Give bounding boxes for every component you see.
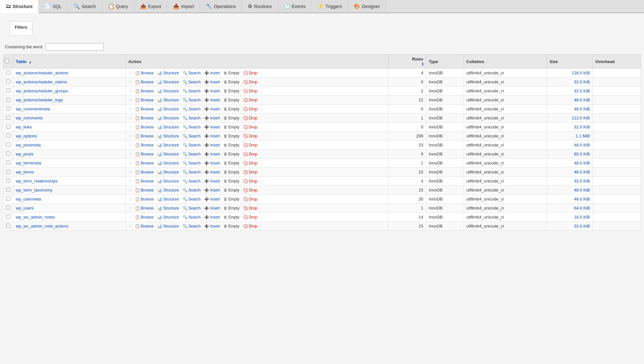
favorite-star-icon[interactable]: ☆ xyxy=(128,169,132,174)
row-checkbox[interactable] xyxy=(6,134,10,138)
empty-button[interactable]: 🗑 Empty xyxy=(222,179,241,184)
structure-button[interactable]: 📊 Structure xyxy=(156,89,180,94)
drop-button[interactable]: 🚫 Drop xyxy=(242,134,259,139)
browse-button[interactable]: 📋 Browse xyxy=(134,188,155,193)
row-checkbox[interactable] xyxy=(6,224,10,228)
insert-button[interactable]: ➕ Insert xyxy=(203,152,221,157)
favorite-star-icon[interactable]: ☆ xyxy=(128,70,132,75)
row-checkbox[interactable] xyxy=(6,152,10,156)
structure-button[interactable]: 📊 Structure xyxy=(156,206,180,211)
select-all-checkbox[interactable] xyxy=(5,59,9,63)
insert-button[interactable]: ➕ Insert xyxy=(203,206,221,211)
search-button[interactable]: 🔍 Search xyxy=(181,134,202,139)
drop-button[interactable]: 🚫 Drop xyxy=(242,152,259,157)
insert-button[interactable]: ➕ Insert xyxy=(203,125,221,130)
favorite-star-icon[interactable]: ☆ xyxy=(128,133,132,138)
tab-query[interactable]: 📋Query xyxy=(102,0,134,13)
favorite-star-icon[interactable]: ☆ xyxy=(128,223,132,229)
structure-button[interactable]: 📊 Structure xyxy=(156,70,180,76)
row-checkbox[interactable] xyxy=(6,161,10,165)
structure-button[interactable]: 📊 Structure xyxy=(156,116,180,121)
favorite-star-icon[interactable]: ☆ xyxy=(128,88,132,93)
structure-button[interactable]: 📊 Structure xyxy=(156,143,180,148)
empty-button[interactable]: 🗑 Empty xyxy=(222,134,241,139)
search-button[interactable]: 🔍 Search xyxy=(181,98,202,103)
empty-button[interactable]: 🗑 Empty xyxy=(222,70,241,76)
row-checkbox[interactable] xyxy=(6,116,10,120)
tab-triggers[interactable]: ⚡Triggers xyxy=(312,0,348,13)
tab-events[interactable]: 🕐Events xyxy=(278,0,312,13)
table-name-link[interactable]: wp_wc_admin_note_actions xyxy=(16,224,68,229)
empty-button[interactable]: 🗑 Empty xyxy=(222,79,241,85)
browse-button[interactable]: 📋 Browse xyxy=(134,98,155,103)
structure-button[interactable]: 📊 Structure xyxy=(156,197,180,202)
favorite-star-icon[interactable]: ☆ xyxy=(128,178,132,183)
drop-button[interactable]: 🚫 Drop xyxy=(242,161,259,166)
browse-button[interactable]: 📋 Browse xyxy=(134,206,155,211)
search-button[interactable]: 🔍 Search xyxy=(181,197,202,202)
insert-button[interactable]: ➕ Insert xyxy=(203,89,221,94)
empty-button[interactable]: 🗑 Empty xyxy=(222,188,241,193)
structure-button[interactable]: 📊 Structure xyxy=(156,161,180,166)
browse-button[interactable]: 📋 Browse xyxy=(134,79,155,85)
empty-button[interactable]: 🗑 Empty xyxy=(222,107,241,112)
structure-button[interactable]: 📊 Structure xyxy=(156,134,180,139)
search-button[interactable]: 🔍 Search xyxy=(181,224,202,229)
tab-sql[interactable]: 📄SQL xyxy=(39,0,68,13)
structure-button[interactable]: 📊 Structure xyxy=(156,98,180,103)
row-checkbox[interactable] xyxy=(6,98,10,102)
structure-button[interactable]: 📊 Structure xyxy=(156,215,180,220)
rows-info-icon[interactable]: ℹ xyxy=(422,62,423,66)
drop-button[interactable]: 🚫 Drop xyxy=(242,224,259,229)
insert-button[interactable]: ➕ Insert xyxy=(203,143,221,148)
search-button[interactable]: 🔍 Search xyxy=(181,170,202,175)
favorite-star-icon[interactable]: ☆ xyxy=(128,205,132,210)
drop-button[interactable]: 🚫 Drop xyxy=(242,215,259,220)
row-checkbox[interactable] xyxy=(6,79,10,84)
search-button[interactable]: 🔍 Search xyxy=(181,143,202,148)
drop-button[interactable]: 🚫 Drop xyxy=(242,79,259,85)
structure-button[interactable]: 📊 Structure xyxy=(156,179,180,184)
drop-button[interactable]: 🚫 Drop xyxy=(242,70,259,76)
table-name-link[interactable]: wp_users xyxy=(16,206,34,210)
table-name-link[interactable]: wp_comments xyxy=(16,116,43,120)
insert-button[interactable]: ➕ Insert xyxy=(203,107,221,112)
favorite-star-icon[interactable]: ☆ xyxy=(128,106,132,111)
favorite-star-icon[interactable]: ☆ xyxy=(128,151,132,156)
insert-button[interactable]: ➕ Insert xyxy=(203,98,221,103)
structure-button[interactable]: 📊 Structure xyxy=(156,188,180,193)
favorite-star-icon[interactable]: ☆ xyxy=(128,187,132,192)
empty-button[interactable]: 🗑 Empty xyxy=(222,224,241,229)
browse-button[interactable]: 📋 Browse xyxy=(134,143,155,148)
filter-input[interactable] xyxy=(46,43,104,51)
drop-button[interactable]: 🚫 Drop xyxy=(242,125,259,130)
table-name-link[interactable]: wp_wc_admin_notes xyxy=(16,215,55,219)
empty-button[interactable]: 🗑 Empty xyxy=(222,143,241,148)
table-name-link[interactable]: wp_term_taxonomy xyxy=(16,188,52,192)
browse-button[interactable]: 📋 Browse xyxy=(134,116,155,121)
drop-button[interactable]: 🚫 Drop xyxy=(242,179,259,184)
search-button[interactable]: 🔍 Search xyxy=(181,116,202,121)
browse-button[interactable]: 📋 Browse xyxy=(134,89,155,94)
empty-button[interactable]: 🗑 Empty xyxy=(222,170,241,175)
empty-button[interactable]: 🗑 Empty xyxy=(222,197,241,202)
drop-button[interactable]: 🚫 Drop xyxy=(242,116,259,121)
tab-designer[interactable]: 🎨Designer xyxy=(348,0,386,13)
row-checkbox[interactable] xyxy=(6,89,10,93)
drop-button[interactable]: 🚫 Drop xyxy=(242,143,259,148)
insert-button[interactable]: ➕ Insert xyxy=(203,161,221,166)
favorite-star-icon[interactable]: ☆ xyxy=(128,115,132,120)
search-button[interactable]: 🔍 Search xyxy=(181,89,202,94)
table-name-link[interactable]: wp_termmeta xyxy=(16,161,41,165)
favorite-star-icon[interactable]: ☆ xyxy=(128,97,132,102)
search-button[interactable]: 🔍 Search xyxy=(181,179,202,184)
search-button[interactable]: 🔍 Search xyxy=(181,161,202,166)
table-name-link[interactable]: wp_links xyxy=(16,125,32,129)
insert-button[interactable]: ➕ Insert xyxy=(203,70,221,76)
browse-button[interactable]: 📋 Browse xyxy=(134,197,155,202)
empty-button[interactable]: 🗑 Empty xyxy=(222,215,241,220)
tab-routines[interactable]: ⚙Routines xyxy=(242,0,278,13)
col-table[interactable]: Table ▲ xyxy=(13,55,126,69)
row-checkbox[interactable] xyxy=(6,143,10,147)
search-button[interactable]: 🔍 Search xyxy=(181,107,202,112)
